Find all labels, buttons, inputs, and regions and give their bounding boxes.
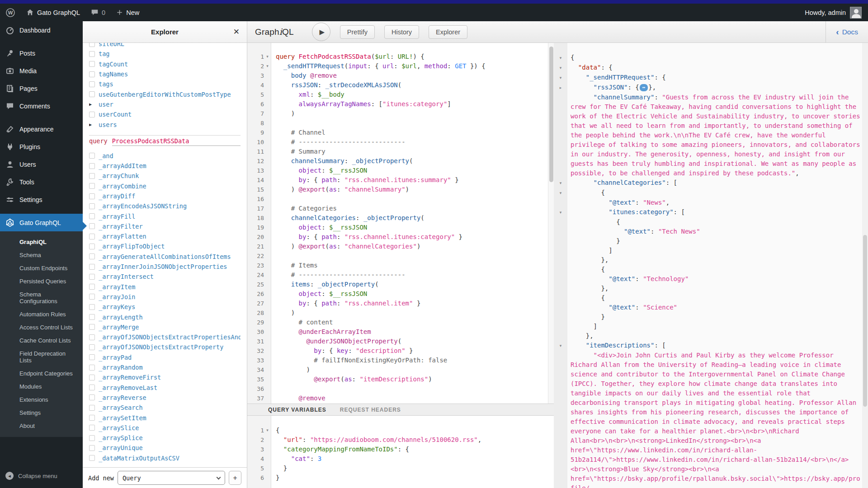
site-name-link[interactable]: Gato GraphQL bbox=[21, 4, 85, 21]
checkbox[interactable] bbox=[89, 193, 95, 199]
checkbox[interactable] bbox=[89, 375, 95, 380]
explorer-field-_arrayRemoveLast[interactable]: _arrayRemoveLast bbox=[89, 383, 241, 393]
checkbox[interactable] bbox=[89, 365, 95, 371]
checkbox[interactable] bbox=[89, 385, 95, 390]
checkbox[interactable] bbox=[89, 425, 95, 431]
fold-toggle-icon[interactable]: ▾ bbox=[265, 426, 270, 435]
fold-toggle-icon[interactable]: ▾ bbox=[560, 56, 562, 60]
explorer-field-tagNames[interactable]: tagNames bbox=[89, 69, 241, 79]
editor-scrollbar[interactable] bbox=[548, 43, 554, 404]
explorer-field-_arraySetItem[interactable]: _arraySetItem bbox=[89, 413, 241, 422]
explorer-field-_arrayRandom[interactable]: _arrayRandom bbox=[89, 362, 241, 372]
checkbox[interactable] bbox=[89, 344, 95, 350]
checkbox[interactable] bbox=[89, 213, 95, 219]
fold-toggle-icon[interactable]: ▾ bbox=[265, 52, 270, 61]
explorer-field-_arrayFilter[interactable]: _arrayFilter bbox=[89, 221, 241, 231]
explorer-field-users[interactable]: ▶users bbox=[89, 119, 241, 129]
explorer-field-_arrayUnique[interactable]: _arrayUnique bbox=[89, 443, 241, 453]
fold-toggle-icon[interactable]: ▾ bbox=[560, 66, 562, 70]
expand-arrow-icon[interactable]: ▶ bbox=[89, 102, 95, 107]
submenu-item-schema-configurations[interactable]: Schema Configurations bbox=[0, 288, 83, 308]
checkbox[interactable] bbox=[89, 183, 95, 189]
submenu-item-cache-control-lists[interactable]: Cache Control Lists bbox=[0, 334, 83, 347]
explorer-field-_arrayEncodeAsJSONString[interactable]: _arrayEncodeAsJSONString bbox=[89, 201, 241, 211]
close-icon[interactable]: ✕ bbox=[233, 27, 240, 37]
fold-toggle-icon[interactable]: ▸ bbox=[560, 85, 562, 90]
checkbox[interactable] bbox=[89, 71, 95, 77]
submenu-item-automation-rules[interactable]: Automation Rules bbox=[0, 308, 83, 321]
fold-toggle-icon[interactable]: ▾ bbox=[560, 210, 562, 215]
tab-request-headers[interactable]: REQUEST HEADERS bbox=[340, 407, 401, 413]
expand-arrow-icon[interactable]: ▶ bbox=[89, 122, 95, 127]
submenu-item-custom-endpoints[interactable]: Custom Endpoints bbox=[0, 262, 83, 275]
submenu-item-modules[interactable]: Modules bbox=[0, 380, 83, 393]
submenu-item-graphiql[interactable]: GraphiQL bbox=[0, 235, 83, 249]
checkbox[interactable] bbox=[89, 334, 95, 340]
explorer-field-_arrayDiff[interactable]: _arrayDiff bbox=[89, 191, 241, 201]
explorer-field-_arrayLength[interactable]: _arrayLength bbox=[89, 312, 241, 322]
sidebar-item-settings[interactable]: Settings bbox=[0, 191, 83, 208]
checkbox[interactable] bbox=[89, 153, 95, 159]
sidebar-item-appearance[interactable]: Appearance bbox=[0, 120, 83, 138]
checkbox[interactable] bbox=[89, 253, 95, 259]
checkbox[interactable] bbox=[89, 163, 95, 169]
submenu-item-settings[interactable]: Settings bbox=[0, 406, 83, 419]
fold-toggle-icon[interactable]: ▾ bbox=[560, 343, 562, 348]
checkbox[interactable] bbox=[89, 455, 95, 461]
account-menu[interactable]: Howdy, admin bbox=[805, 7, 868, 19]
fold-toggle-icon[interactable]: ▾ bbox=[560, 191, 562, 195]
checkbox[interactable] bbox=[89, 435, 95, 441]
explorer-field-_arrayCombine[interactable]: _arrayCombine bbox=[89, 181, 241, 191]
checkbox[interactable] bbox=[89, 415, 95, 421]
checkbox[interactable] bbox=[89, 112, 95, 117]
sidebar-item-tools[interactable]: Tools bbox=[0, 173, 83, 191]
submenu-item-field-deprecation-lists[interactable]: Field Deprecation Lists bbox=[0, 347, 83, 367]
checkbox[interactable] bbox=[89, 405, 95, 411]
sidebar-item-gato-graphql[interactable]: Gato GraphQL bbox=[0, 214, 83, 231]
wp-logo-menu[interactable]: W bbox=[0, 4, 21, 21]
explorer-field-_arrayIntersect[interactable]: _arrayIntersect bbox=[89, 272, 241, 282]
query-editor[interactable]: 1▾query FetchPodcastRSSData($url: URL!) … bbox=[247, 43, 554, 404]
explorer-field-_arrayFlatten[interactable]: _arrayFlatten bbox=[89, 231, 241, 241]
explorer-field-_arrayFlipToObject[interactable]: _arrayFlipToObject bbox=[89, 241, 241, 251]
comments-shortcut[interactable]: 0 bbox=[85, 4, 111, 21]
sidebar-item-posts[interactable]: Posts bbox=[0, 44, 83, 62]
explorer-field-_arraySearch[interactable]: _arraySearch bbox=[89, 403, 241, 413]
checkbox[interactable] bbox=[89, 173, 95, 179]
submenu-item-about[interactable]: About bbox=[0, 419, 83, 432]
checkbox[interactable] bbox=[89, 203, 95, 209]
sidebar-item-dashboard[interactable]: Dashboard bbox=[0, 21, 83, 39]
explorer-field-_arrayJoin[interactable]: _arrayJoin bbox=[89, 292, 241, 302]
add-new-button[interactable]: + bbox=[229, 471, 241, 485]
checkbox[interactable] bbox=[89, 43, 95, 47]
explorer-field-_arrayOfJSONObjectsExtractPropertiesAndC[interactable]: _arrayOfJSONObjectsExtractPropertiesAndC bbox=[89, 332, 241, 342]
checkbox[interactable] bbox=[89, 51, 95, 57]
explorer-field-tagCount[interactable]: tagCount bbox=[89, 59, 241, 69]
explorer-field-_arrayFill[interactable]: _arrayFill bbox=[89, 211, 241, 221]
explorer-field-_arraySplice[interactable]: _arraySplice bbox=[89, 433, 241, 443]
submenu-item-extensions[interactable]: Extensions bbox=[0, 393, 83, 406]
checkbox[interactable] bbox=[89, 274, 95, 280]
explorer-field-tags[interactable]: tags bbox=[89, 79, 241, 89]
checkbox[interactable] bbox=[89, 324, 95, 330]
explorer-field-_arrayOfJSONObjectsExtractProperty[interactable]: _arrayOfJSONObjectsExtractProperty bbox=[89, 342, 241, 352]
checkbox[interactable] bbox=[89, 61, 95, 67]
checkbox[interactable] bbox=[89, 294, 95, 300]
checkbox[interactable] bbox=[89, 284, 95, 290]
fold-toggle-icon[interactable]: ▾ bbox=[560, 75, 562, 80]
explorer-field-_arrayItem[interactable]: _arrayItem bbox=[89, 282, 241, 292]
explorer-field-_arrayMerge[interactable]: _arrayMerge bbox=[89, 322, 241, 332]
explorer-field-_arrayGenerateAllCombinationsOfItems[interactable]: _arrayGenerateAllCombinationsOfItems bbox=[89, 252, 241, 262]
checkbox[interactable] bbox=[89, 244, 95, 249]
explorer-field-siteURL[interactable]: siteURL bbox=[89, 43, 241, 49]
checkbox[interactable] bbox=[89, 264, 95, 270]
explorer-field-_arrayPad[interactable]: _arrayPad bbox=[89, 352, 241, 362]
explorer-field-_arrayAddItem[interactable]: _arrayAddItem bbox=[89, 161, 241, 171]
checkbox[interactable] bbox=[89, 314, 95, 320]
scrollbar-thumb[interactable] bbox=[863, 235, 867, 407]
folded-content-badge[interactable]: ↔ bbox=[640, 84, 648, 91]
prettify-button[interactable]: Prettify bbox=[340, 25, 375, 39]
collapse-menu-button[interactable]: ◂ Collapse menu bbox=[0, 468, 63, 483]
explorer-field-_and[interactable]: _and bbox=[89, 151, 241, 161]
explorer-button[interactable]: Explorer bbox=[429, 25, 467, 39]
